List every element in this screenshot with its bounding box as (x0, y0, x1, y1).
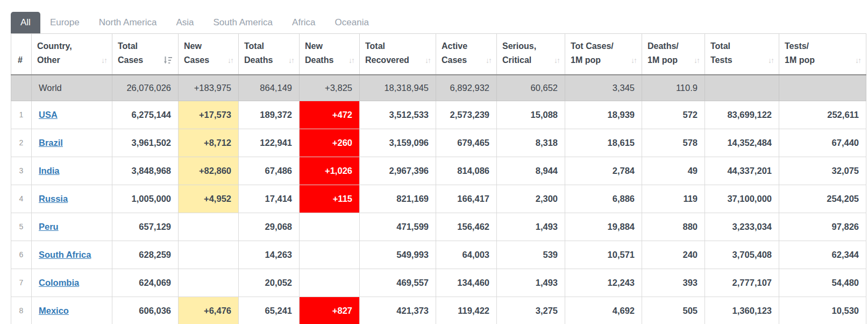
cell-active-cases: 6,892,932 (436, 75, 497, 101)
covid-statistics-page: AllEuropeNorth AmericaAsiaSouth AmericaA… (0, 0, 868, 324)
column-header-total-tests[interactable]: TotalTests↓↑ (705, 34, 779, 75)
column-label-line2: 1M pop (648, 53, 678, 67)
country-link[interactable]: Peru (39, 222, 59, 231)
cell-rank: 2 (11, 129, 32, 157)
table-row: 1USA6,275,144+17,573189,372+4723,512,533… (11, 101, 866, 129)
cell-rank: 8 (11, 297, 32, 324)
table-row: 8Mexico606,036+6,47665,241+827421,373119… (11, 297, 866, 324)
column-label-line1: Deaths/ (648, 39, 699, 53)
cell-tests-1m: 62,344 (779, 241, 866, 269)
cell-new-deaths (300, 269, 360, 297)
cell-tot-cases-1m: 18,615 (565, 129, 642, 157)
tab-asia[interactable]: Asia (166, 12, 203, 33)
country-link[interactable]: USA (39, 110, 58, 119)
cell-total-deaths: 14,263 (239, 241, 300, 269)
cell-total-recovered: 2,967,396 (360, 157, 436, 185)
sort-icon: ↓↑ (98, 53, 106, 67)
cell-country: Colombia (32, 269, 112, 297)
cell-total-cases: 3,848,968 (112, 157, 179, 185)
column-header-active-cases[interactable]: ActiveCases↓↑ (436, 34, 497, 75)
table-row: 3India3,848,968+82,86067,486+1,0262,967,… (11, 157, 866, 185)
cell-serious-critical: 15,088 (497, 101, 565, 129)
cell-new-deaths (300, 213, 360, 241)
table-row: 5Peru657,12929,068471,599156,4621,49319,… (11, 213, 866, 241)
cell-total-tests (705, 75, 779, 101)
cell-serious-critical: 539 (497, 241, 565, 269)
country-link[interactable]: Mexico (39, 306, 69, 315)
column-label-line2: Critical (502, 53, 531, 67)
cell-deaths-1m: 880 (642, 213, 705, 241)
column-label-line2: Deaths (305, 53, 333, 67)
country-link[interactable]: India (39, 166, 60, 175)
cell-total-tests: 3,233,034 (705, 213, 779, 241)
cell-serious-critical: 8,944 (497, 157, 565, 185)
cell-total-cases: 628,259 (112, 241, 179, 269)
column-header-deaths-1m[interactable]: Deaths/1M pop↓↑ (642, 34, 705, 75)
cell-country: Russia (32, 185, 112, 213)
column-label-line1: Total (365, 39, 430, 53)
column-header-total-deaths[interactable]: TotalDeaths↓↑ (239, 34, 300, 75)
cell-new-deaths: +260 (300, 129, 360, 157)
cell-tests-1m: 10,530 (779, 297, 866, 324)
cell-new-cases (179, 269, 239, 297)
cell-country: Brazil (32, 129, 112, 157)
sort-icon: ↓↑ (628, 53, 636, 67)
sort-icon: ↓↑ (691, 53, 699, 67)
tab-north-america[interactable]: North America (89, 12, 167, 33)
cell-tot-cases-1m: 19,884 (565, 213, 642, 241)
column-header-new-cases[interactable]: NewCases↓↑ (179, 34, 239, 75)
column-header-new-deaths[interactable]: NewDeaths↓↑ (300, 34, 360, 75)
cell-total-recovered: 549,993 (360, 241, 436, 269)
cell-tot-cases-1m: 2,784 (565, 157, 642, 185)
column-header-serious-critical[interactable]: Serious,Critical↓↑ (497, 34, 565, 75)
column-header-tests-1m[interactable]: Tests/1M pop↓↑ (779, 34, 866, 75)
cell-new-cases: +82,860 (179, 157, 239, 185)
column-header-total-recovered[interactable]: TotalRecovered↓↑ (360, 34, 436, 75)
cell-deaths-1m: 572 (642, 101, 705, 129)
column-label-line1: Country, (37, 39, 106, 53)
cell-new-deaths: +827 (300, 297, 360, 324)
country-link[interactable]: Colombia (39, 278, 79, 287)
cell-rank: 5 (11, 213, 32, 241)
column-label-line2: Deaths (244, 53, 273, 67)
cell-total-deaths: 20,052 (239, 269, 300, 297)
column-label-line2: Cases (184, 53, 209, 67)
country-link[interactable]: Russia (39, 194, 68, 203)
cell-tot-cases-1m: 12,243 (565, 269, 642, 297)
cell-serious-critical: 60,652 (497, 75, 565, 101)
sort-icon: ↓↑ (852, 53, 860, 67)
country-link[interactable]: South Africa (39, 250, 91, 259)
column-label-line2: Other (37, 53, 60, 67)
column-label-line1: New (184, 39, 233, 53)
country-link[interactable]: Brazil (39, 138, 63, 147)
sort-icon: ↓↑ (765, 53, 773, 67)
tab-all[interactable]: All (11, 12, 40, 33)
tab-africa[interactable]: Africa (282, 12, 325, 33)
sort-icon: ↓↑ (422, 53, 430, 67)
table-row: 2Brazil3,961,502+8,712122,941+2603,159,0… (11, 129, 866, 157)
cell-rank: 6 (11, 241, 32, 269)
column-header-country[interactable]: Country,Other↓↑ (32, 34, 112, 75)
countries-table: #Country,Other↓↑TotalCasesNewCases↓↑Tota… (11, 33, 866, 324)
column-label-line1: Tests/ (785, 39, 860, 53)
cell-total-deaths: 17,414 (239, 185, 300, 213)
tab-south-america[interactable]: South America (204, 12, 283, 33)
world-total-row: World26,076,026+183,975864,149+3,82518,3… (11, 75, 866, 101)
column-label-line2: 1M pop (571, 53, 601, 67)
cell-tot-cases-1m: 3,345 (565, 75, 642, 101)
cell-total-recovered: 3,159,096 (360, 129, 436, 157)
tab-europe[interactable]: Europe (40, 12, 89, 33)
cell-serious-critical: 2,300 (497, 185, 565, 213)
cell-new-deaths: +115 (300, 185, 360, 213)
cell-tests-1m: 252,611 (779, 101, 866, 129)
tab-oceania[interactable]: Oceania (325, 12, 379, 33)
cell-total-recovered: 471,599 (360, 213, 436, 241)
column-header-tot-cases-1m[interactable]: Tot Cases/1M pop↓↑ (565, 34, 642, 75)
column-header-total-cases[interactable]: TotalCases (112, 34, 179, 75)
cell-new-cases: +4,952 (179, 185, 239, 213)
cell-total-deaths: 65,241 (239, 297, 300, 324)
sort-icon: ↓↑ (482, 53, 491, 67)
cell-deaths-1m: 578 (642, 129, 705, 157)
cell-total-tests: 1,360,123 (705, 297, 779, 324)
cell-active-cases: 2,573,239 (436, 101, 497, 129)
